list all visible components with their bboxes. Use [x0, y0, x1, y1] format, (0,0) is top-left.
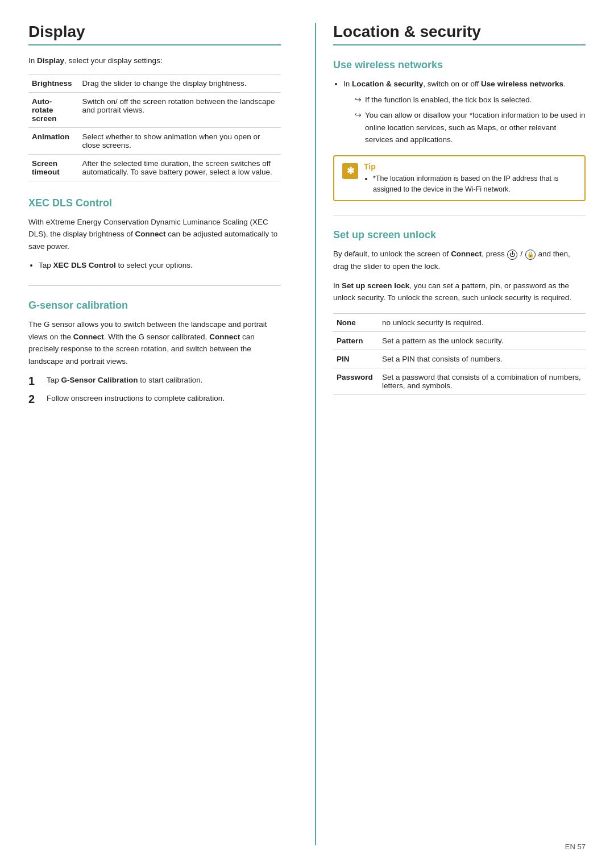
table-cell-desc: Select whether to show animation when yo…	[79, 127, 281, 154]
step-1-text: Tap G-Sensor Calibration to start calibr…	[47, 374, 203, 388]
lock-icon: 🔒	[525, 250, 536, 260]
list-item: You can allow or disallow your *location…	[355, 109, 586, 146]
table-cell-desc: Drag the slider to change the display br…	[79, 74, 281, 92]
xec-body: With eXtreme Energy Conservation Dynamic…	[28, 216, 281, 253]
tip-box: ✱ Tip *The location information is based…	[333, 155, 586, 202]
step-1-number: 1	[28, 374, 41, 388]
display-title: Display	[28, 23, 281, 45]
left-column: Display In Display, select your display …	[28, 23, 292, 845]
location-security-title: Location & security	[333, 23, 586, 45]
wireless-subtitle: Use wireless networks	[333, 59, 586, 71]
tip-content: Tip *The location information is based o…	[364, 162, 576, 195]
tip-bullet-list: *The location information is based on th…	[373, 173, 576, 195]
screen-unlock-subtitle: Set up screen unlock	[333, 229, 586, 241]
tip-label: Tip	[364, 162, 576, 171]
screen-unlock-section: Set up screen unlock By default, to unlo…	[333, 229, 586, 394]
table-row: Brightness Drag the slider to change the…	[28, 74, 281, 92]
tip-icon: ✱	[342, 163, 358, 179]
table-cell-label: None	[333, 313, 379, 331]
right-column: Location & security Use wireless network…	[315, 23, 586, 845]
power-icon: ⏻	[507, 250, 517, 260]
table-cell-desc: Switch on/ off the screen rotation betwe…	[79, 92, 281, 127]
arrow-list: If the function is enabled, the tick box…	[355, 94, 586, 146]
step-2: 2 Follow onscreen instructions to comple…	[28, 392, 281, 406]
list-item: If the function is enabled, the tick box…	[355, 94, 586, 106]
table-cell-label: PIN	[333, 350, 379, 368]
table-row: None no unlock security is required.	[333, 313, 586, 331]
table-cell-label: Brightness	[28, 74, 79, 92]
step-1: 1 Tap G-Sensor Calibration to start cali…	[28, 374, 281, 388]
table-cell-label: Screentimeout	[28, 154, 79, 181]
unlock-table: None no unlock security is required. Pat…	[333, 313, 586, 395]
table-row: Screentimeout After the selected time du…	[28, 154, 281, 181]
list-item: In Location & security, switch on or off…	[343, 78, 586, 146]
display-section: Display In Display, select your display …	[28, 23, 281, 181]
display-intro-bold: Display	[37, 56, 64, 65]
screen-unlock-body2: In Set up screen lock, you can set a pat…	[333, 280, 586, 304]
table-cell-label: Pattern	[333, 331, 379, 350]
table-row: PIN Set a PIN that consists of numbers.	[333, 350, 586, 368]
table-cell-desc: Set a PIN that consists of numbers.	[379, 350, 586, 368]
display-table: Brightness Drag the slider to change the…	[28, 74, 281, 181]
divider	[333, 215, 586, 215]
xec-title: XEC DLS Control	[28, 197, 281, 209]
step-2-text: Follow onscreen instructions to complete…	[47, 392, 225, 406]
table-cell-desc: After the selected time duration, the sc…	[79, 154, 281, 181]
table-cell-desc: Set a pattern as the unlock security.	[379, 331, 586, 350]
table-row: Password Set a password that consists of…	[333, 368, 586, 394]
xec-section: XEC DLS Control With eXtreme Energy Cons…	[28, 197, 281, 272]
divider	[28, 285, 281, 286]
page-number: EN 57	[565, 842, 586, 851]
table-cell-label: Password	[333, 368, 379, 394]
list-item: *The location information is based on th…	[373, 173, 576, 195]
step-2-number: 2	[28, 392, 41, 406]
table-row: Pattern Set a pattern as the unlock secu…	[333, 331, 586, 350]
gsensor-body: The G sensor allows you to switch betwee…	[28, 318, 281, 367]
table-row: Animation Select whether to show animati…	[28, 127, 281, 154]
screen-unlock-body1: By default, to unlock the screen of Conn…	[333, 248, 586, 272]
table-cell-label: Auto-rotatescreen	[28, 92, 79, 127]
table-cell-desc: Set a password that consists of a combin…	[379, 368, 586, 394]
xec-bullet-list: Tap XEC DLS Control to select your optio…	[39, 259, 281, 272]
gsensor-title: G-sensor calibration	[28, 300, 281, 312]
table-row: Auto-rotatescreen Switch on/ off the scr…	[28, 92, 281, 127]
wireless-bullet-list: In Location & security, switch on or off…	[343, 78, 586, 146]
display-intro: In Display, select your display settings…	[28, 55, 281, 67]
table-cell-desc: no unlock security is required.	[379, 313, 586, 331]
wireless-section: Use wireless networks In Location & secu…	[333, 59, 586, 146]
gsensor-section: G-sensor calibration The G sensor allows…	[28, 300, 281, 406]
list-item: Tap XEC DLS Control to select your optio…	[39, 259, 281, 272]
table-cell-label: Animation	[28, 127, 79, 154]
